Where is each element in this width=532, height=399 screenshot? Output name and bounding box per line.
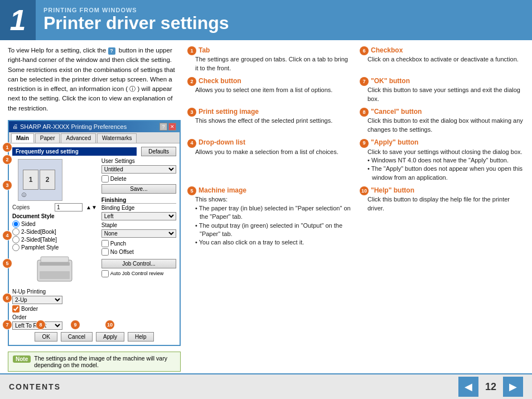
help-question-icon: ?: [108, 47, 115, 55]
item-cancel-text: Click this button to exit the dialog box…: [360, 117, 524, 134]
radio-2sided-table-label: 2-Sided[Table]: [21, 237, 57, 243]
dialog-body: Frequently used setting Defaults 1 2 ⓘ: [9, 143, 180, 345]
item-check-button-text: Allows you to select one item from a lis…: [187, 86, 352, 94]
prev-arrow[interactable]: ◀: [458, 377, 478, 397]
item-apply-bullet-1: Windows NT 4.0 does not have the "Apply"…: [360, 156, 524, 165]
item-10-circle: 10: [360, 186, 369, 195]
item-tab-label: Tab: [199, 46, 210, 55]
dialog-two-col: 1 2 ⓘ Copies ▲▼: [12, 158, 176, 330]
radio-2sided-table-input[interactable]: [12, 236, 20, 243]
callout-5: 5: [2, 258, 12, 268]
item-6-circle: 6: [360, 46, 369, 55]
auto-job-row: Auto Job Control review: [101, 270, 176, 277]
item-dropdown-text: Allows you to make a selection from a li…: [187, 148, 352, 156]
item-apply-title: 9 "Apply" button: [360, 138, 524, 147]
help-button[interactable]: Help: [128, 332, 154, 342]
svg-rect-4: [40, 271, 70, 279]
radio-sided[interactable]: Sided: [12, 220, 97, 228]
job-control-button[interactable]: Job Control...: [101, 259, 176, 268]
no-offset-checkbox[interactable]: [101, 248, 109, 256]
copies-spinner[interactable]: ▲▼: [86, 204, 97, 210]
user-settings-select[interactable]: Untitled: [101, 165, 176, 174]
border-checkbox[interactable]: [12, 305, 20, 313]
doc-style-section: Document Style Sided 2-Sided[Book]: [12, 213, 97, 251]
callout-2: 2: [2, 155, 12, 165]
no-offset-row: No Offset: [101, 248, 176, 256]
radio-sided-input[interactable]: [12, 220, 20, 228]
item-check-button: 2 Check button Allows you to select one …: [187, 76, 352, 103]
callout-9: 9: [70, 320, 80, 330]
copies-input[interactable]: [55, 203, 83, 211]
note-icon: Note: [13, 355, 31, 363]
intro-paragraph: To view Help for a setting, click the ? …: [8, 46, 181, 113]
header-text: PRINTING FROM WINDOWS Printer driver set…: [36, 0, 237, 40]
item-machine-text: This shows:: [187, 195, 352, 204]
apply-button[interactable]: Apply: [96, 332, 124, 342]
ok-button[interactable]: OK: [35, 332, 57, 342]
item-cancel-label: "Cancel" button: [371, 107, 422, 117]
item-help-text: Click this button to display the help fi…: [360, 195, 524, 213]
item-cancel-title: 8 "Cancel" button: [360, 107, 524, 117]
delete-label: Delete: [110, 176, 127, 182]
radio-pamphlet-label: Pamphlet Style: [21, 244, 59, 251]
item-dropdown-label: Drop-down list: [199, 138, 245, 147]
radio-2sided-table[interactable]: 2-Sided[Table]: [12, 236, 97, 243]
dialog-help-btn[interactable]: ?: [159, 123, 167, 131]
item-7-circle: 7: [360, 77, 369, 86]
item-1-circle: 1: [187, 46, 196, 55]
auto-job-checkbox[interactable]: [101, 270, 109, 277]
page-preview-2: 2: [40, 170, 55, 190]
callout-3: 3: [2, 180, 12, 190]
print-preview-box: 1 2 ⓘ: [18, 159, 62, 201]
punch-checkbox[interactable]: [101, 240, 109, 247]
order-row: Order Left To Right: [12, 314, 97, 330]
item-help-label: "Help" button: [371, 186, 414, 195]
nup-row: N-Up Printing 2-Up: [12, 289, 97, 304]
contents-label[interactable]: CONTENTS: [9, 382, 61, 391]
right-section: 1 Tab The settings are grouped on tabs. …: [187, 46, 524, 370]
dialog-tab-advanced[interactable]: Advanced: [61, 133, 95, 143]
dialog-window-controls[interactable]: ? ✕: [159, 123, 176, 131]
defaults-button[interactable]: Defaults: [141, 147, 176, 156]
item-4-circle: 4: [187, 139, 196, 148]
dialog-tab-watermarks[interactable]: Watermarks: [97, 133, 137, 143]
cancel-button[interactable]: Cancel: [61, 332, 93, 342]
dialog-tab-main[interactable]: Main: [11, 133, 34, 143]
svg-rect-5: [41, 257, 69, 262]
nup-select[interactable]: 2-Up: [12, 296, 62, 304]
dialog-right-col: User Settings Untitled Delete Save... Fi…: [101, 158, 176, 330]
copies-row: Copies ▲▼: [12, 203, 97, 211]
item-machine-bullet-2: The output tray (in green) selected in "…: [187, 222, 352, 239]
delete-row: Delete: [101, 175, 176, 182]
dialog-tab-paper[interactable]: Paper: [35, 133, 60, 143]
page-header: 1 PRINTING FROM WINDOWS Printer driver s…: [0, 0, 532, 40]
item-checkbox-title: 6 Checkbox: [360, 46, 524, 55]
dialog-box: 🖨 SHARP AR-XXXX Printing Preferences ? ✕…: [8, 120, 181, 346]
printer-svg: [35, 254, 74, 287]
radio-2sided-book[interactable]: 2-Sided[Book]: [12, 228, 97, 235]
copies-label: Copies: [12, 204, 51, 210]
callout-7: 7: [2, 320, 12, 330]
dialog-close-btn[interactable]: ✕: [168, 123, 176, 131]
item-machine-image: 5 Machine image This shows: The paper tr…: [187, 186, 352, 247]
main-content: To view Help for a setting, click the ? …: [0, 40, 532, 373]
item-2-circle: 2: [187, 77, 196, 86]
radio-2sided-book-input[interactable]: [12, 228, 20, 235]
radio-pamphlet[interactable]: Pamphlet Style: [12, 244, 97, 251]
item-check-button-title: 2 Check button: [187, 76, 352, 86]
delete-checkbox[interactable]: [101, 175, 109, 182]
item-checkbox-text: Click on a checkbox to activate or deact…: [360, 55, 524, 64]
punch-label: Punch: [110, 241, 126, 247]
binding-select[interactable]: Left: [101, 212, 176, 220]
item-machine-bullet-1: The paper tray (in blue) selected in "Pa…: [187, 204, 352, 222]
item-dropdown: 4 Drop-down list Allows you to make a se…: [187, 138, 352, 182]
next-arrow[interactable]: ▶: [503, 377, 523, 397]
save-button[interactable]: Save...: [101, 184, 176, 194]
radio-pamphlet-input[interactable]: [12, 244, 20, 251]
radio-sided-label: Sided: [21, 221, 36, 227]
dialog-action-buttons: OK Cancel Apply Help: [12, 332, 176, 342]
staple-select[interactable]: None: [101, 229, 176, 238]
border-row: Border: [12, 305, 97, 313]
callout-1: 1: [2, 142, 12, 152]
item-check-button-label: Check button: [199, 76, 241, 86]
